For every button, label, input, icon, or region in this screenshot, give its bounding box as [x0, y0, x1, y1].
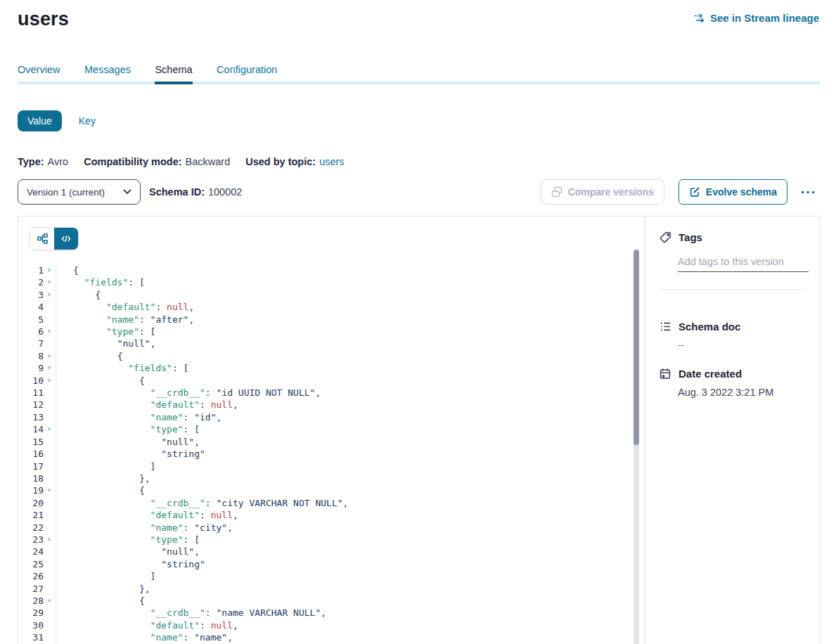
code-line: 8▼ {: [18, 350, 645, 362]
fold-toggle-icon[interactable]: ▼: [44, 484, 55, 496]
schema-sidebar: Tags Schema doc: [645, 217, 819, 644]
tab-schema[interactable]: Schema: [155, 64, 192, 84]
fold-toggle-icon[interactable]: ▼: [44, 276, 55, 288]
fold-toggle-icon[interactable]: ▼: [44, 423, 55, 435]
line-number: 10: [18, 375, 44, 387]
fold-toggle-icon[interactable]: ▼: [44, 595, 55, 607]
used-by-topic: Used by topic:users: [245, 156, 344, 167]
compare-versions-label: Compare versions: [568, 186, 654, 198]
tab-bar: Overview Messages Schema Configuration: [18, 63, 820, 84]
schema-doc-header: Schema doc: [660, 321, 805, 333]
fold-toggle-icon[interactable]: ▼: [44, 362, 55, 374]
code-line: 6▼ "type": [: [18, 326, 645, 337]
chevron-down-icon: [123, 189, 131, 195]
topic-label: Used by topic:: [245, 156, 316, 167]
tab-messages[interactable]: Messages: [84, 64, 131, 82]
line-number: 31: [18, 631, 44, 643]
date-created-title: Date created: [679, 368, 742, 380]
add-tags-input[interactable]: [678, 255, 809, 272]
schema-content: Value Key Type:Avro Compatibility mode:B…: [0, 110, 836, 644]
value-toggle-button[interactable]: Value: [18, 110, 62, 131]
schema-id-label: Schema ID:: [149, 186, 205, 198]
tree-view-icon: [37, 233, 48, 244]
fold-toggle-icon[interactable]: ▼: [44, 264, 55, 276]
key-toggle-button[interactable]: Key: [79, 115, 96, 127]
line-number: 2: [18, 276, 44, 288]
schema-doc-value: --: [678, 340, 805, 351]
type-value: Avro: [48, 156, 69, 167]
line-number: 21: [18, 509, 44, 521]
value-key-toggle: Value Key: [18, 110, 820, 131]
fold-toggle-icon[interactable]: ▼: [44, 375, 55, 387]
compare-versions-icon: [551, 186, 562, 198]
code-line: 22▼ "name": "city",: [18, 522, 645, 534]
date-created-header: Date created: [660, 368, 805, 380]
version-row: Version 1 (current) Schema ID:100002 Com…: [18, 179, 820, 205]
code-line: 1▼{: [18, 264, 645, 276]
scrollbar-thumb[interactable]: [634, 250, 639, 445]
compare-versions-button[interactable]: Compare versions: [541, 179, 664, 205]
code-lines: 1▼{2▼ "fields": [3▼ {4▼ "default": null,…: [18, 264, 645, 644]
topic-link[interactable]: users: [319, 156, 344, 167]
line-number: 23: [18, 534, 44, 546]
fold-toggle-icon[interactable]: ▼: [44, 289, 55, 301]
schema-editor: 1▼{2▼ "fields": [3▼ {4▼ "default": null,…: [18, 217, 645, 644]
line-number: 9: [18, 362, 44, 374]
line-number: 26: [18, 570, 44, 582]
code-line: 3▼ {: [18, 289, 645, 301]
line-number: 29: [18, 607, 44, 619]
stream-lineage-link[interactable]: See in Stream lineage: [693, 12, 819, 24]
calendar-plus-icon: [660, 368, 671, 380]
line-number: 18: [18, 472, 44, 484]
schema-page: users See in Stream lineage Overview Mes…: [0, 0, 836, 644]
line-number: 30: [18, 619, 44, 631]
code-line: 23▼ "type": [: [18, 534, 645, 546]
line-number: 15: [18, 436, 44, 448]
line-number: 28: [18, 595, 44, 607]
evolve-schema-button[interactable]: Evolve schema: [679, 179, 787, 205]
line-number: 24: [18, 546, 44, 558]
line-number: 19: [18, 484, 44, 496]
line-number: 20: [18, 497, 44, 509]
code-line: 13▼ "name": "id",: [18, 411, 645, 423]
line-number: 6: [18, 326, 44, 337]
line-number: 8: [18, 350, 44, 362]
code-line: 4▼ "default": null,: [18, 301, 645, 313]
code-line: 7▼ "null",: [18, 337, 645, 349]
fold-toggle-icon[interactable]: ▼: [44, 534, 55, 546]
line-number: 14: [18, 423, 44, 435]
code-line: 29▼ "__crdb__": "name VARCHAR NULL",: [18, 607, 645, 619]
schema-meta-row: Type:Avro Compatibility mode:Backward Us…: [18, 156, 820, 167]
code-line: 24▼ "null",: [18, 546, 645, 558]
code-line: 11▼ "__crdb__": "id UUID NOT NULL",: [18, 387, 645, 399]
line-number: 13: [18, 411, 44, 423]
schema-panel: 1▼{2▼ "fields": [3▼ {4▼ "default": null,…: [18, 216, 820, 644]
line-number: 17: [18, 461, 44, 472]
code-line: 10▼ {: [18, 375, 645, 387]
fold-toggle-icon[interactable]: ▼: [44, 326, 55, 337]
edit-icon: [689, 186, 700, 198]
version-select[interactable]: Version 1 (current): [18, 179, 141, 205]
version-select-value: Version 1 (current): [27, 187, 105, 198]
code-line: 5▼ "name": "after",: [18, 314, 645, 326]
tab-configuration[interactable]: Configuration: [217, 64, 277, 82]
code-line: 16▼ "string": [18, 448, 645, 460]
stream-lineage-icon: [693, 13, 705, 24]
page-title: users: [18, 8, 69, 30]
code-line: 31▼ "name": "name",: [18, 631, 645, 643]
code-line: 28▼ {: [18, 595, 645, 607]
tree-view-button[interactable]: [30, 228, 54, 250]
code-line: 26▼ ]: [18, 570, 645, 582]
fold-toggle-icon[interactable]: ▼: [44, 350, 55, 362]
code-line: 30▼ "default": null,: [18, 619, 645, 631]
schema-type: Type:Avro: [18, 156, 68, 167]
code-line: 12▼ "default": null,: [18, 399, 645, 411]
code-view-button[interactable]: [54, 228, 78, 250]
editor-scrollbar[interactable]: [634, 250, 639, 644]
tab-overview[interactable]: Overview: [18, 64, 60, 82]
line-number: 25: [18, 558, 44, 570]
code-line: 27▼ },: [18, 583, 645, 595]
more-options-button[interactable]: [796, 187, 820, 198]
line-number: 3: [18, 289, 44, 301]
code-line: 19▼ {: [18, 484, 645, 496]
